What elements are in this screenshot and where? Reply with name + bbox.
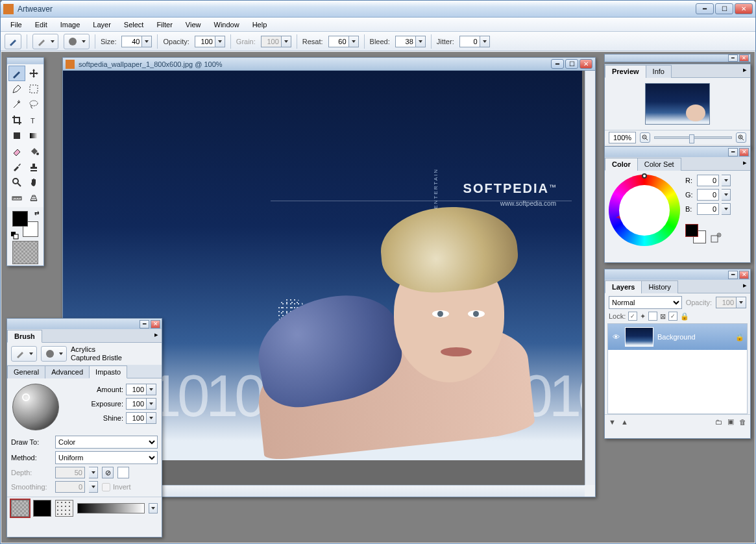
depth-disable-icon[interactable]: ⊘ xyxy=(102,467,114,478)
r-input[interactable] xyxy=(697,175,719,186)
texture-swatch-2[interactable] xyxy=(33,500,51,517)
menu-filter[interactable]: Filter xyxy=(151,19,178,30)
menu-layer[interactable]: Layer xyxy=(87,19,117,30)
texture-swatch-3[interactable] xyxy=(55,500,73,517)
texture-swatch-1[interactable] xyxy=(11,500,29,517)
exposure-input[interactable] xyxy=(126,398,147,410)
toolbox-header[interactable] xyxy=(7,58,43,64)
new-layer-icon[interactable]: ▣ xyxy=(727,417,734,426)
add-to-set-icon[interactable] xyxy=(710,232,723,243)
doc-maximize-button[interactable]: ☐ xyxy=(565,59,578,69)
tool-text[interactable]: T xyxy=(25,112,42,128)
doc-minimize-button[interactable]: ━ xyxy=(551,59,564,69)
tool-perspective[interactable] xyxy=(25,190,42,206)
zoom-slider[interactable] xyxy=(654,136,732,139)
zoom-in-button[interactable] xyxy=(736,132,746,143)
preview-thumbnail[interactable] xyxy=(645,83,710,125)
tab-preview[interactable]: Preview xyxy=(605,65,646,78)
brush-options-icon[interactable]: ▸ xyxy=(151,329,162,340)
visibility-icon[interactable]: 👁 xyxy=(611,333,621,341)
layer-move-up-icon[interactable]: ▲ xyxy=(621,418,628,426)
layer-thumbnail[interactable] xyxy=(625,327,653,347)
drawto-select[interactable]: Color xyxy=(55,436,158,449)
brush-panel-close[interactable]: ✕ xyxy=(151,320,160,328)
tool-wand[interactable] xyxy=(8,97,25,112)
menu-help[interactable]: Help xyxy=(247,19,273,30)
tool-shape[interactable] xyxy=(8,128,25,143)
tool-hand[interactable] xyxy=(25,175,42,190)
layers-options-icon[interactable]: ▸ xyxy=(740,280,750,290)
size-dropdown[interactable] xyxy=(142,36,152,47)
g-dropdown[interactable] xyxy=(722,189,731,201)
foreground-color[interactable] xyxy=(12,211,28,227)
panel-group-minimize[interactable]: ━ xyxy=(728,55,738,62)
menu-file[interactable]: File xyxy=(5,19,28,30)
layers-panel-minimize[interactable]: ━ xyxy=(728,271,738,279)
color-fg-swatch[interactable] xyxy=(685,224,698,237)
color-panel-close[interactable]: ✕ xyxy=(739,148,749,156)
brush-gradient-dropdown[interactable] xyxy=(149,503,158,513)
lock-transparency-checkbox[interactable]: ✓ xyxy=(628,312,637,321)
resat-dropdown[interactable] xyxy=(349,36,359,47)
lock-pixels-checkbox[interactable] xyxy=(648,312,657,321)
bleed-dropdown[interactable] xyxy=(416,36,426,47)
layer-item[interactable]: 👁 Background 🔒 xyxy=(608,324,747,350)
tool-rect-select[interactable] xyxy=(25,81,42,97)
tool-pencil[interactable] xyxy=(8,81,25,97)
zoom-input[interactable] xyxy=(609,132,636,143)
tool-move[interactable] xyxy=(25,66,42,81)
layers-panel-close[interactable]: ✕ xyxy=(739,271,749,279)
b-dropdown[interactable] xyxy=(722,203,731,215)
depth-preview-icon[interactable] xyxy=(117,467,129,478)
new-group-icon[interactable]: 🗀 xyxy=(715,418,722,426)
menu-edit[interactable]: Edit xyxy=(29,19,53,30)
opacity-dropdown[interactable] xyxy=(215,36,225,47)
tab-info[interactable]: Info xyxy=(646,65,672,78)
doc-close-button[interactable]: ✕ xyxy=(579,59,592,69)
amount-dropdown[interactable] xyxy=(147,384,156,395)
tool-crop[interactable] xyxy=(8,112,25,128)
lock-move-icon[interactable]: ✦ xyxy=(640,312,646,321)
tool-zoom[interactable] xyxy=(8,175,25,190)
brush-tip-dropdown[interactable] xyxy=(64,34,90,49)
shine-dropdown[interactable] xyxy=(147,412,156,424)
layer-name[interactable]: Background xyxy=(657,333,731,341)
window-minimize-button[interactable]: ━ xyxy=(696,3,714,14)
layer-move-down-icon[interactable]: ▼ xyxy=(609,418,616,426)
jitter-input[interactable] xyxy=(459,36,480,47)
b-input[interactable] xyxy=(697,203,719,215)
brush-category-dropdown[interactable] xyxy=(11,346,37,362)
preview-options-icon[interactable]: ▸ xyxy=(740,64,750,75)
brush-variant-dropdown[interactable] xyxy=(41,346,67,362)
tool-paint-bucket[interactable] xyxy=(25,143,42,159)
lock-all-checkbox[interactable]: ✓ xyxy=(668,312,677,321)
resat-input[interactable] xyxy=(328,36,349,47)
shine-input[interactable] xyxy=(126,412,147,424)
color-panel-minimize[interactable]: ━ xyxy=(728,148,738,156)
window-close-button[interactable]: ✕ xyxy=(735,3,753,14)
delete-layer-icon[interactable]: 🗑 xyxy=(739,418,746,426)
texture-preview[interactable] xyxy=(12,241,38,264)
tool-gradient[interactable] xyxy=(25,128,42,143)
tab-color-set[interactable]: Color Set xyxy=(637,158,681,171)
hue-indicator[interactable] xyxy=(642,173,647,179)
panel-group-close[interactable]: ✕ xyxy=(739,55,749,62)
tab-layers[interactable]: Layers xyxy=(605,280,642,293)
brush-panel-minimize[interactable]: ━ xyxy=(140,320,149,328)
blend-mode-select[interactable]: Normal xyxy=(609,296,682,309)
menu-view[interactable]: View xyxy=(180,19,207,30)
tool-stamp[interactable] xyxy=(25,159,42,175)
zoom-out-button[interactable] xyxy=(640,132,650,143)
tool-brush[interactable] xyxy=(8,66,25,81)
tool-lasso[interactable] xyxy=(25,97,42,112)
brush-preset-dropdown[interactable] xyxy=(32,34,58,49)
color-options-icon[interactable]: ▸ xyxy=(740,157,750,167)
jitter-dropdown[interactable] xyxy=(480,36,490,47)
impasto-preview[interactable] xyxy=(12,384,59,430)
bleed-input[interactable] xyxy=(395,36,416,47)
window-maximize-button[interactable]: ☐ xyxy=(715,3,733,14)
swap-colors-icon[interactable]: ⇄ xyxy=(34,210,40,216)
amount-input[interactable] xyxy=(126,384,147,395)
menu-image[interactable]: Image xyxy=(55,19,86,30)
lock-position-icon[interactable]: ⊠ xyxy=(660,312,666,321)
